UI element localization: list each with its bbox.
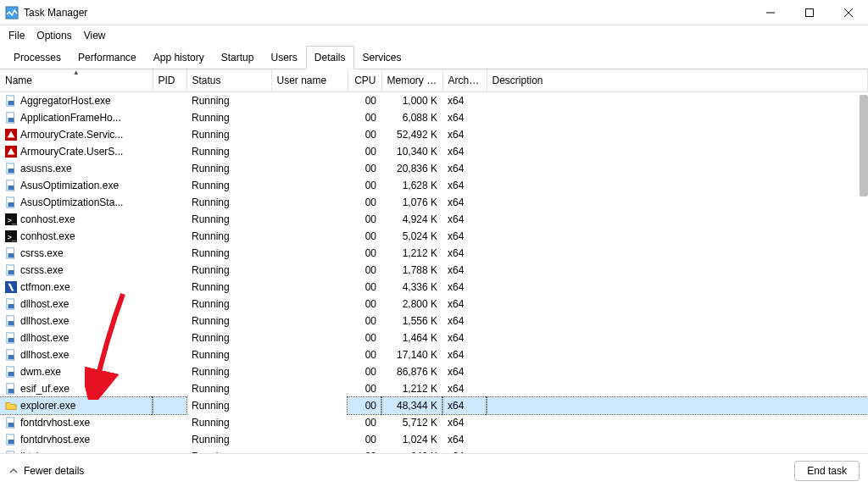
tab-services[interactable]: Services xyxy=(354,46,410,69)
process-status: Running xyxy=(186,177,271,194)
sort-up-icon: ▲ xyxy=(73,69,80,76)
svg-rect-37 xyxy=(8,389,14,393)
col-user[interactable]: User name xyxy=(271,69,348,92)
process-arch: x64 xyxy=(442,160,487,177)
table-row[interactable]: esif_uf.exeRunning001,212 Kx64 xyxy=(0,380,868,397)
window-title: Task Manager xyxy=(24,7,87,19)
process-name: esif_uf.exe xyxy=(20,383,70,395)
fewer-details-toggle[interactable]: Fewer details xyxy=(8,465,84,477)
process-memory: 1,556 K xyxy=(381,313,442,329)
table-row[interactable]: ArmouryCrate.UserS...Running0010,340 Kx6… xyxy=(0,143,868,160)
col-desc[interactable]: Description xyxy=(487,69,868,92)
col-pid[interactable]: PID xyxy=(153,69,186,92)
process-cpu: 00 xyxy=(348,92,381,109)
table-row[interactable]: dwm.exeRunning0086,876 Kx64 xyxy=(0,363,868,380)
process-cpu: 00 xyxy=(348,380,381,397)
menu-options[interactable]: Options xyxy=(36,30,71,42)
svg-rect-39 xyxy=(8,423,14,427)
process-cpu: 00 xyxy=(348,245,381,262)
process-status: Running xyxy=(186,329,271,346)
tab-users[interactable]: Users xyxy=(262,46,305,69)
table-row[interactable]: dllhost.exeRunning001,556 Kx64 xyxy=(0,313,868,329)
process-name: ArmouryCrate.Servic... xyxy=(20,129,123,141)
process-status: Running xyxy=(186,92,271,109)
process-cpu: 00 xyxy=(348,262,381,279)
tab-startup[interactable]: Startup xyxy=(213,46,263,69)
table-row[interactable]: ArmouryCrate.Servic...Running0052,492 Kx… xyxy=(0,126,868,143)
process-status: Running xyxy=(186,143,271,160)
process-icon xyxy=(5,95,17,107)
table-row[interactable]: asusns.exeRunning0020,836 Kx64 xyxy=(0,160,868,177)
process-memory: 1,628 K xyxy=(381,177,442,194)
table-row[interactable]: AsusOptimization.exeRunning001,628 Kx64 xyxy=(0,177,868,194)
process-name: explorer.exe xyxy=(20,400,75,412)
table-row[interactable]: ApplicationFrameHo...Running006,088 Kx64 xyxy=(0,109,868,126)
table-row[interactable]: fontdrvhost.exeRunning001,024 Kx64 xyxy=(0,431,868,448)
process-memory: 1,464 K xyxy=(381,329,442,346)
process-name: conhost.exe xyxy=(20,230,75,242)
tab-app-history[interactable]: App history xyxy=(145,46,213,69)
table-row[interactable]: ctfmon.exeRunning004,336 Kx64 xyxy=(0,279,868,296)
process-memory: 4,924 K xyxy=(381,211,442,228)
maximize-button[interactable] xyxy=(790,0,829,25)
process-name: AsusOptimization.exe xyxy=(20,180,119,191)
process-arch: x64 xyxy=(442,329,487,346)
process-icon xyxy=(5,163,17,174)
col-mem[interactable]: Memory (a... xyxy=(381,69,442,92)
tab-processes[interactable]: Processes xyxy=(5,46,70,69)
process-table: ▲Name PID Status User name CPU Memory (a… xyxy=(0,69,868,453)
col-status[interactable]: Status xyxy=(186,69,271,92)
process-arch: x64 xyxy=(442,143,487,160)
svg-rect-14 xyxy=(8,185,14,190)
process-arch: x64 xyxy=(442,279,487,296)
close-button[interactable] xyxy=(829,0,868,25)
process-memory: 20,836 K xyxy=(381,160,442,177)
menu-file[interactable]: File xyxy=(8,30,25,42)
menu-view[interactable]: View xyxy=(84,30,106,42)
process-arch: x64 xyxy=(442,414,487,431)
process-icon xyxy=(5,180,17,191)
process-cpu: 00 xyxy=(348,414,381,431)
table-row[interactable]: AggregatorHost.exeRunning001,000 Kx64 xyxy=(0,92,868,109)
table-row[interactable]: dllhost.exeRunning001,464 Kx64 xyxy=(0,329,868,346)
svg-rect-27 xyxy=(8,304,14,308)
process-status: Running xyxy=(186,245,271,262)
tab-performance[interactable]: Performance xyxy=(70,46,145,69)
col-name[interactable]: ▲Name xyxy=(0,69,153,92)
svg-rect-31 xyxy=(8,338,14,342)
table-row[interactable]: AsusOptimizationSta...Running001,076 Kx6… xyxy=(0,194,868,211)
table-row[interactable]: csrss.exeRunning001,212 Kx64 xyxy=(0,245,868,262)
fewer-details-label: Fewer details xyxy=(24,465,84,477)
table-row[interactable]: dllhost.exeRunning0017,140 Kx64 xyxy=(0,346,868,363)
process-name: ApplicationFrameHo... xyxy=(20,112,121,124)
process-icon xyxy=(5,298,17,310)
process-status: Running xyxy=(186,279,271,296)
process-icon xyxy=(5,146,17,158)
process-status: Running xyxy=(186,296,271,313)
process-memory: 1,076 K xyxy=(381,194,442,211)
table-row[interactable]: explorer.exeRunning0048,344 Kx64 xyxy=(0,397,868,414)
process-icon xyxy=(5,264,17,276)
process-cpu: 00 xyxy=(348,194,381,211)
table-row[interactable]: >_conhost.exeRunning005,024 Kx64 xyxy=(0,228,868,245)
process-memory: 10,340 K xyxy=(381,143,442,160)
minimize-button[interactable] xyxy=(751,0,790,25)
process-name: fontdrvhost.exe xyxy=(20,434,90,445)
process-status: Running xyxy=(186,211,271,228)
tab-details[interactable]: Details xyxy=(306,46,354,69)
process-memory: 1,212 K xyxy=(381,380,442,397)
scrollbar-thumb[interactable] xyxy=(860,95,868,196)
process-icon xyxy=(5,281,17,293)
process-icon xyxy=(5,247,17,259)
col-cpu[interactable]: CPU xyxy=(348,69,381,92)
table-row[interactable]: >_conhost.exeRunning004,924 Kx64 xyxy=(0,211,868,228)
table-row[interactable]: dllhost.exeRunning002,800 Kx64 xyxy=(0,296,868,313)
end-task-button[interactable]: End task xyxy=(794,461,860,481)
process-icon xyxy=(5,112,17,124)
table-row[interactable]: csrss.exeRunning001,788 Kx64 xyxy=(0,262,868,279)
col-arch[interactable]: Archite... xyxy=(442,69,487,92)
process-memory: 48,344 K xyxy=(381,397,442,414)
table-row[interactable]: fontdrvhost.exeRunning005,712 Kx64 xyxy=(0,414,868,431)
process-cpu: 00 xyxy=(348,177,381,194)
process-icon xyxy=(5,366,17,378)
